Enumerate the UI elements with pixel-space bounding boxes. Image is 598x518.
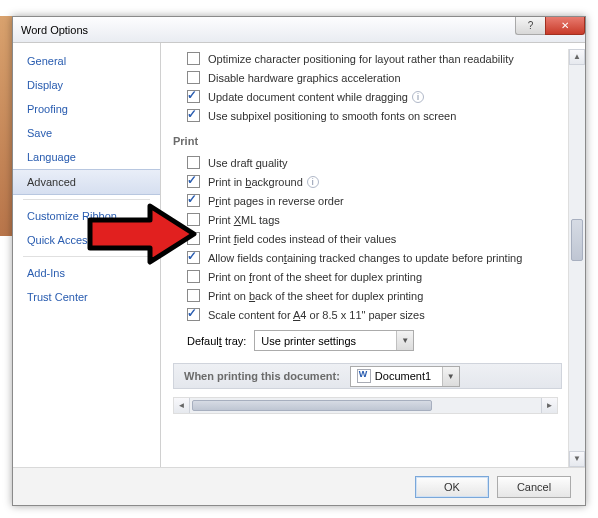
display-opt-row: Disable hardware graphics acceleration [169, 68, 562, 87]
print-opt-label: Print field codes instead of their value… [208, 233, 396, 245]
print-opt-row: Use draft quality [169, 153, 562, 172]
doc-scope-combo[interactable]: Document1 ▼ [350, 366, 460, 387]
chevron-down-icon[interactable]: ▼ [396, 331, 413, 350]
print-header: Print [169, 125, 562, 153]
ok-button[interactable]: OK [415, 476, 489, 498]
settings-pane: Optimize character positioning for layou… [161, 43, 585, 467]
print-opt-label: Print in background [208, 176, 303, 188]
display-opt-row: Update document content while draggingi [169, 87, 562, 106]
word-doc-icon [357, 369, 371, 383]
help-button[interactable]: ? [515, 17, 545, 35]
print-opt-label: Print pages in reverse order [208, 195, 344, 207]
sidebar-item-quick-access-toolbar[interactable]: Quick Access Toolbar [13, 228, 160, 252]
close-button[interactable]: ✕ [545, 17, 585, 35]
print-opt-label: Scale content for A4 or 8.5 x 11" paper … [208, 309, 425, 321]
scroll-right-button[interactable]: ► [541, 398, 557, 413]
display-opt-label: Update document content while dragging [208, 91, 408, 103]
display-opt-checkbox[interactable] [187, 52, 200, 65]
display-opt-label: Optimize character positioning for layou… [208, 53, 514, 65]
default-tray-label: Default tray: [187, 335, 246, 347]
scroll-up-button[interactable]: ▲ [569, 49, 585, 65]
doc-scope-label: When printing this document: [184, 370, 340, 382]
scroll-down-button[interactable]: ▼ [569, 451, 585, 467]
sidebar-item-customize-ribbon[interactable]: Customize Ribbon [13, 204, 160, 228]
display-opt-label: Disable hardware graphics acceleration [208, 72, 401, 84]
info-icon[interactable]: i [412, 91, 424, 103]
print-opt-row: Scale content for A4 or 8.5 x 11" paper … [169, 305, 562, 324]
print-opt-label: Use draft quality [208, 157, 288, 169]
print-opt-label: Print on front of the sheet for duplex p… [208, 271, 422, 283]
word-options-dialog: Word Options ? ✕ GeneralDisplayProofingS… [12, 16, 586, 506]
titlebar: Word Options ? ✕ [13, 17, 585, 43]
display-opt-label: Use subpixel positioning to smooth fonts… [208, 110, 456, 122]
default-tray-combo[interactable]: Use printer settings ▼ [254, 330, 414, 351]
info-icon[interactable]: i [307, 176, 319, 188]
scroll-thumb[interactable] [571, 219, 583, 261]
print-opt-checkbox[interactable] [187, 251, 200, 264]
print-opt-checkbox[interactable] [187, 213, 200, 226]
sidebar-item-save[interactable]: Save [13, 121, 160, 145]
dialog-title: Word Options [21, 24, 88, 36]
sidebar-item-proofing[interactable]: Proofing [13, 97, 160, 121]
print-opt-label: Allow fields containing tracked changes … [208, 252, 522, 264]
print-opt-checkbox[interactable] [187, 156, 200, 169]
display-opt-checkbox[interactable] [187, 71, 200, 84]
horizontal-scrollbar[interactable]: ◄ ► [173, 397, 558, 414]
display-opt-checkbox[interactable] [187, 90, 200, 103]
print-opt-row: Print XML tags [169, 210, 562, 229]
print-opt-checkbox[interactable] [187, 308, 200, 321]
dialog-footer: OK Cancel [13, 467, 585, 505]
sidebar-item-trust-center[interactable]: Trust Center [13, 285, 160, 309]
scroll-thumb[interactable] [192, 400, 432, 411]
doc-scope-value: Document1 [375, 370, 431, 382]
print-opt-row: Print field codes instead of their value… [169, 229, 562, 248]
display-opt-row: Optimize character positioning for layou… [169, 49, 562, 68]
print-opt-row: Print in backgroundi [169, 172, 562, 191]
sidebar: GeneralDisplayProofingSaveLanguageAdvanc… [13, 43, 161, 467]
vertical-scrollbar[interactable]: ▲ ▼ [568, 49, 585, 467]
print-opt-checkbox[interactable] [187, 232, 200, 245]
scroll-left-button[interactable]: ◄ [174, 398, 190, 413]
chevron-down-icon[interactable]: ▼ [442, 367, 459, 386]
doc-scope-bar: When printing this document: Document1 ▼ [173, 363, 562, 389]
print-opt-row: Allow fields containing tracked changes … [169, 248, 562, 267]
print-opt-checkbox[interactable] [187, 289, 200, 302]
sidebar-item-display[interactable]: Display [13, 73, 160, 97]
display-opt-checkbox[interactable] [187, 109, 200, 122]
print-opt-checkbox[interactable] [187, 270, 200, 283]
default-tray-value: Use printer settings [261, 335, 356, 347]
display-opt-row: Use subpixel positioning to smooth fonts… [169, 106, 562, 125]
print-opt-row: Print pages in reverse order [169, 191, 562, 210]
sidebar-item-add-ins[interactable]: Add-Ins [13, 261, 160, 285]
print-opt-label: Print XML tags [208, 214, 280, 226]
cancel-button[interactable]: Cancel [497, 476, 571, 498]
sidebar-item-advanced[interactable]: Advanced [13, 169, 160, 195]
sidebar-item-language[interactable]: Language [13, 145, 160, 169]
print-opt-label: Print on back of the sheet for duplex pr… [208, 290, 423, 302]
print-opt-row: Print on back of the sheet for duplex pr… [169, 286, 562, 305]
print-opt-row: Print on front of the sheet for duplex p… [169, 267, 562, 286]
sidebar-item-general[interactable]: General [13, 49, 160, 73]
print-opt-checkbox[interactable] [187, 175, 200, 188]
print-opt-checkbox[interactable] [187, 194, 200, 207]
